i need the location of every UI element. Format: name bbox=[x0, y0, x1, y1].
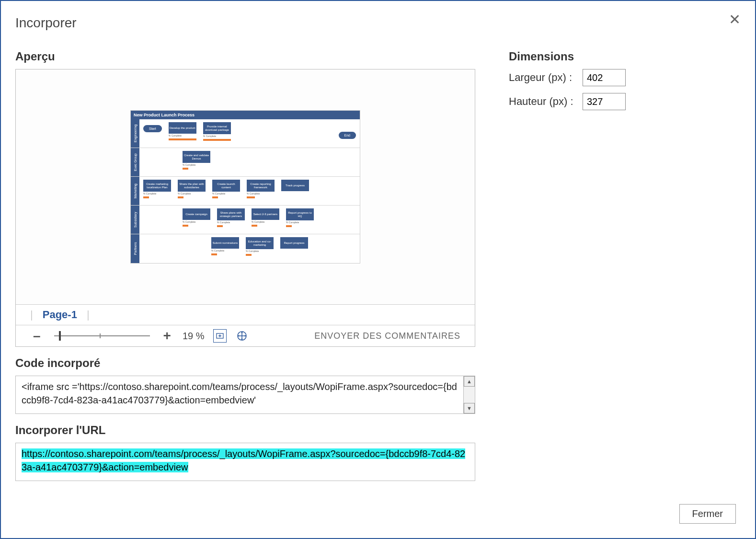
close-button[interactable]: Fermer bbox=[679, 504, 736, 524]
width-input[interactable] bbox=[583, 69, 626, 86]
lane-label: Exec Group bbox=[131, 148, 139, 176]
embed-dialog: Incorporer ✕ Aperçu New Product Launch P… bbox=[0, 0, 756, 539]
swimlane-diagram: New Product Launch Process Engineering S… bbox=[130, 110, 360, 264]
embed-code-text[interactable]: <iframe src ='https://contoso.sharepoint… bbox=[16, 376, 463, 413]
send-feedback-link[interactable]: ENVOYER DES COMMENTAIRES bbox=[314, 331, 460, 341]
lane-label: Engineering bbox=[131, 119, 139, 148]
embed-code-box: <iframe src ='https://contoso.sharepoint… bbox=[15, 376, 475, 414]
tab-separator: | bbox=[87, 309, 90, 321]
pan-zoom-icon[interactable] bbox=[235, 329, 249, 343]
height-label: Hauteur (px) : bbox=[509, 95, 576, 108]
embed-code-heading: Code incorporé bbox=[15, 356, 480, 370]
scroll-down-icon[interactable]: ▼ bbox=[464, 403, 475, 413]
width-label: Largeur (px) : bbox=[509, 71, 576, 84]
preview-footer: – + 19 % ENVOYER DES COMMENTAIRES bbox=[16, 325, 475, 346]
dimensions-heading: Dimensions bbox=[509, 50, 653, 63]
preview-panel: New Product Launch Process Engineering S… bbox=[15, 69, 475, 347]
close-icon[interactable]: ✕ bbox=[729, 12, 741, 27]
lane-label: Subsidiary bbox=[131, 206, 139, 234]
preview-canvas: New Product Launch Process Engineering S… bbox=[16, 69, 475, 304]
scroll-up-icon[interactable]: ▲ bbox=[464, 376, 475, 387]
scrollbar[interactable]: ▲ ▼ bbox=[463, 376, 475, 413]
lane-label: Marketing bbox=[131, 177, 139, 205]
embed-url-heading: Incorporer l'URL bbox=[15, 424, 480, 437]
zoom-slider[interactable] bbox=[54, 335, 150, 336]
fit-page-icon[interactable] bbox=[213, 329, 227, 343]
height-input[interactable] bbox=[583, 93, 626, 110]
zoom-in-button[interactable]: + bbox=[160, 329, 174, 343]
tab-separator: | bbox=[30, 309, 33, 321]
preview-tabs: | Page-1 | bbox=[16, 304, 475, 325]
tab-page-1[interactable]: Page-1 bbox=[43, 309, 77, 321]
embed-url-box[interactable]: https://contoso.sharepoint.com/teams/pro… bbox=[15, 443, 475, 481]
zoom-percent: 19 % bbox=[183, 331, 205, 342]
zoom-out-button[interactable]: – bbox=[30, 329, 44, 343]
diagram-title: New Product Launch Process bbox=[131, 111, 360, 119]
preview-heading: Aperçu bbox=[15, 50, 480, 63]
start-pill: Start bbox=[143, 125, 162, 132]
embed-url-text[interactable]: https://contoso.sharepoint.com/teams/pro… bbox=[22, 448, 465, 472]
end-pill: End bbox=[339, 132, 356, 139]
dialog-title: Incorporer bbox=[15, 15, 736, 31]
lane-label: Partners bbox=[131, 234, 139, 263]
